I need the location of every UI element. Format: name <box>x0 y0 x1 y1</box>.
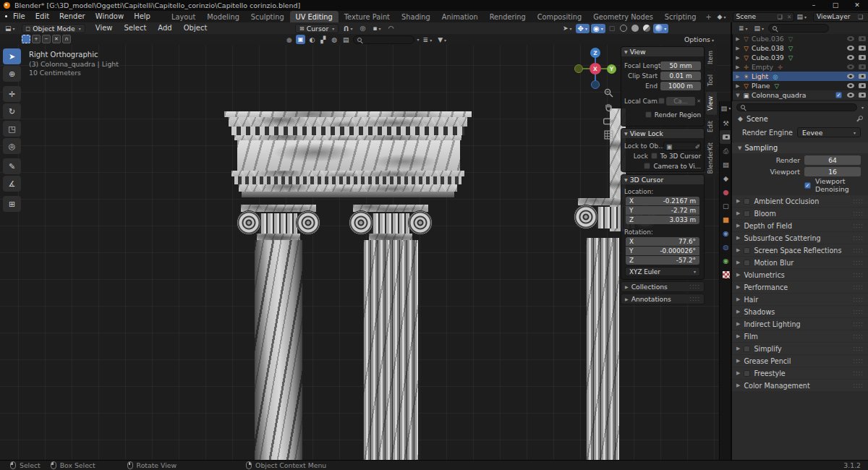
cursor-tool[interactable]: ⊕ <box>3 66 21 82</box>
hide-eye-icon[interactable] <box>847 55 854 60</box>
ao-checkbox[interactable] <box>744 198 750 205</box>
hide-eye-icon[interactable] <box>847 83 854 88</box>
to-3d-cursor-checkbox[interactable] <box>651 153 658 159</box>
new-scene-icon[interactable]: ❏ <box>775 14 785 20</box>
scene-icon[interactable]: ◆▾ <box>715 13 728 20</box>
camera-visibility-icon[interactable] <box>859 55 866 60</box>
tab-layout[interactable]: Layout <box>166 11 201 22</box>
panel-grease-pencil[interactable]: ▶Grease Pencil:::: <box>732 355 868 367</box>
hide-eye-icon[interactable] <box>847 93 854 98</box>
proportional-editing-icon[interactable]: ◎ <box>358 25 368 32</box>
outliner-search[interactable] <box>768 24 829 33</box>
hide-eye-icon[interactable] <box>847 36 854 41</box>
hide-eye-icon[interactable] <box>847 46 854 51</box>
menu-add[interactable]: Add <box>152 22 177 34</box>
panel-depth-of-field[interactable]: ▶Depth of Field:::: <box>732 220 868 231</box>
motion-blur-checkbox[interactable] <box>744 260 750 266</box>
bloom-checkbox[interactable] <box>744 210 750 217</box>
camera-visibility-icon[interactable] <box>859 74 866 79</box>
navigation-gizmo[interactable]: Z X Y <box>574 48 616 90</box>
camera-view-icon[interactable] <box>603 117 613 125</box>
camera-visibility-icon[interactable] <box>859 93 866 98</box>
rotation-mode-dropdown[interactable]: XYZ Euler▾ <box>625 267 700 276</box>
cursor-rot-x[interactable]: X77.6° <box>626 237 699 246</box>
view-lock-panel-header[interactable]: ▼View Lock <box>621 129 704 138</box>
outliner-row-cube039[interactable]: ▶ ▽ Cube.039 ▽ <box>733 53 868 62</box>
menu-object[interactable]: Object <box>178 22 213 34</box>
show-gizmo-icon[interactable]: ➤▾ <box>561 25 574 32</box>
filter-globe-icon[interactable]: ◍ <box>329 36 339 43</box>
local-camera-checkbox[interactable] <box>658 98 665 104</box>
viewport-3d[interactable]: ➤ ⊕ ✛ ↻ ◳ ◎ ✎ ∡ ⊞ Right Orthographic (3)… <box>0 45 731 460</box>
properties-search-input[interactable] <box>747 103 853 111</box>
scene-selector[interactable]: Scene ❏ ✕ <box>733 12 795 22</box>
remove-viewlayer-icon[interactable]: ✕ <box>865 14 868 20</box>
move-tool[interactable]: ✛ <box>3 86 21 102</box>
panel-bloom[interactable]: ▶Bloom:::: <box>732 208 868 219</box>
sort-list-icon[interactable]: ≣▾ <box>421 36 435 43</box>
focal-length-field[interactable]: 50 mm <box>660 61 701 70</box>
gizmo-x-axis[interactable]: X <box>590 63 601 74</box>
panel-subsurface-scattering[interactable]: ▶Subsurface Scattering:::: <box>732 232 868 244</box>
panel-film[interactable]: ▶Film:::: <box>732 330 868 342</box>
tab-sculpting[interactable]: Sculpting <box>245 11 290 22</box>
expand-arrow-icon[interactable]: ▶ <box>735 46 741 51</box>
pan-hand-icon[interactable] <box>604 103 613 112</box>
select-box-tool[interactable]: ➤ <box>3 48 21 64</box>
camera-visibility-icon[interactable] <box>859 83 866 88</box>
collapse-arrow-icon[interactable]: ▼ <box>735 93 741 98</box>
tab-animation[interactable]: Animation <box>436 11 484 22</box>
npanel-collections[interactable]: ▶Collections:::: <box>621 281 705 292</box>
measure-tool[interactable]: ∡ <box>3 176 21 192</box>
simplify-checkbox[interactable] <box>744 346 750 352</box>
camera-visibility-icon[interactable] <box>859 46 866 51</box>
zoom-icon[interactable] <box>604 88 613 98</box>
rotate-tool[interactable]: ↻ <box>3 103 21 119</box>
menu-select[interactable]: Select <box>119 22 153 34</box>
outliner-row-light[interactable]: ▶ ☀ Light ◎ <box>733 72 868 81</box>
funnel-filter-icon[interactable]: ▼▾ <box>435 36 448 43</box>
outliner-row-empty[interactable]: ▶ ✛ Empty ✛ <box>733 62 868 72</box>
outliner-display-mode-icon[interactable]: ≣▾ <box>736 25 750 32</box>
lock-to-object-field[interactable]: ▣✐ <box>663 142 701 150</box>
npanel-tab-view[interactable]: View <box>706 92 717 115</box>
ortho-grid-icon[interactable] <box>604 130 613 140</box>
pin-icon[interactable] <box>855 115 862 122</box>
unlink-scene-icon[interactable]: ✕ <box>785 14 794 20</box>
clip-start-field[interactable]: 0.01 m <box>660 72 701 80</box>
sampling-panel-header[interactable]: ▼Sampling <box>732 142 868 153</box>
camera-to-view-checkbox[interactable] <box>644 163 650 169</box>
menu-view[interactable]: View <box>90 22 119 34</box>
filter-sphere-icon[interactable]: ◐ <box>307 36 317 43</box>
close-button[interactable]: ✕ <box>846 0 868 11</box>
ssr-checkbox[interactable] <box>744 247 750 254</box>
sampling-render-field[interactable]: 64 <box>804 155 861 165</box>
npanel-tab-edit[interactable]: Edit <box>706 116 717 137</box>
select-mode-invert-icon[interactable]: ✕ <box>52 35 61 43</box>
scale-tool[interactable]: ◳ <box>3 121 21 137</box>
panel-volumetrics[interactable]: ▶Volumetrics:::: <box>732 269 868 281</box>
tab-texture-paint[interactable]: Texture Paint <box>339 11 396 22</box>
panel-indirect-lighting[interactable]: ▶Indirect Lighting:::: <box>732 318 868 330</box>
gizmo-neg-y-axis[interactable] <box>574 64 583 73</box>
panel-hair[interactable]: ▶Hair:::: <box>732 294 868 305</box>
hide-eye-icon[interactable] <box>847 74 854 79</box>
shading-material-icon[interactable] <box>643 25 650 32</box>
panel-motion-blur[interactable]: ▶Motion Blur:::: <box>732 257 868 268</box>
view-panel-header[interactable]: ▼View <box>621 47 704 56</box>
hide-eye-icon[interactable] <box>847 64 854 69</box>
outliner-row-plane[interactable]: ▶ ▽ Plane ▽ <box>733 81 868 90</box>
viewlayer-icon[interactable]: ▤▾ <box>794 13 809 20</box>
toolbar-search-input[interactable] <box>364 36 410 43</box>
expand-arrow-icon[interactable]: ▶ <box>735 55 741 61</box>
mode-dropdown[interactable]: ◻ Object Mode▾ <box>22 24 85 33</box>
cursor-loc-x[interactable]: X-0.2167 m <box>626 197 699 205</box>
shading-solid-icon[interactable] <box>631 25 639 32</box>
sampling-viewport-field[interactable]: 16 <box>804 167 861 176</box>
panel-ambient-occlusion[interactable]: ▶Ambient Occlusion:::: <box>732 195 868 207</box>
freestyle-checkbox[interactable] <box>744 370 750 377</box>
tab-geometry-nodes[interactable]: Geometry Nodes <box>587 11 659 22</box>
tab-uv-editing[interactable]: UV Editing <box>290 11 339 22</box>
cursor-loc-z[interactable]: Z3.033 m <box>626 215 699 224</box>
tab-compositing[interactable]: Compositing <box>532 11 587 22</box>
